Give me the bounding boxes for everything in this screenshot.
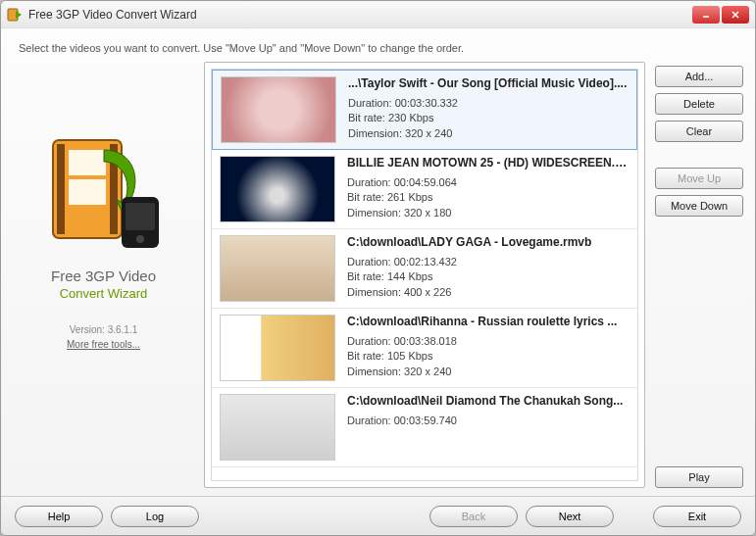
list-item[interactable]: C:\download\Rihanna - Russian roulette l… <box>212 309 637 388</box>
clear-button[interactable]: Clear <box>655 121 743 142</box>
back-button[interactable]: Back <box>429 506 518 527</box>
duration-line: Duration: 00:04:59.064 <box>347 175 630 190</box>
minimize-button[interactable] <box>692 6 720 24</box>
svg-point-11 <box>136 235 144 243</box>
bitrate-line: Bit rate: 261 Kbps <box>347 190 630 205</box>
play-button[interactable]: Play <box>655 466 743 488</box>
video-list[interactable]: ...\Taylor Swift - Our Song [Official Mu… <box>211 69 638 481</box>
content-area: Free 3GP Video Convert Wizard Version: 3… <box>1 62 755 496</box>
video-thumbnail <box>221 76 336 143</box>
svg-rect-10 <box>126 203 155 230</box>
duration-line: Duration: 00:03:38.018 <box>347 334 630 349</box>
app-logo <box>35 121 173 258</box>
titlebar: Free 3GP Video Convert Wizard <box>1 1 755 28</box>
delete-button[interactable]: Delete <box>655 93 743 115</box>
more-tools-link[interactable]: More free tools... <box>67 339 140 350</box>
version-text: Version: 3.6.1.1 <box>70 324 138 335</box>
duration-line: Duration: 00:03:59.740 <box>347 414 630 428</box>
video-thumbnail <box>220 394 335 461</box>
duration-line: Duration: 00:03:30.332 <box>348 96 629 111</box>
dimension-line: Dimension: 320 x 180 <box>347 206 630 220</box>
footer-bar: Help Log Back Next Exit <box>1 496 755 535</box>
video-title: C:\download\Rihanna - Russian roulette l… <box>347 315 630 328</box>
video-meta: C:\download\Neil Diamond The Chanukah So… <box>347 394 630 461</box>
video-meta: C:\download\LADY GAGA - Lovegame.rmvb Du… <box>347 235 630 302</box>
svg-rect-5 <box>57 144 65 234</box>
window-buttons <box>692 6 749 24</box>
dimension-line: Dimension: 400 x 226 <box>347 285 630 300</box>
bitrate-line: Bit rate: 144 Kbps <box>347 269 630 284</box>
bitrate-line: Bit rate: 230 Kbps <box>348 111 629 125</box>
exit-button[interactable]: Exit <box>653 506 741 527</box>
video-title: ...\Taylor Swift - Our Song [Official Mu… <box>348 76 629 90</box>
video-title: C:\download\Neil Diamond The Chanukah So… <box>347 394 630 408</box>
help-button[interactable]: Help <box>15 506 103 527</box>
duration-line: Duration: 00:02:13.432 <box>347 255 630 269</box>
video-thumbnail <box>220 315 335 381</box>
app-window: Free 3GP Video Convert Wizard Select the… <box>0 0 756 536</box>
video-meta: BILLIE JEAN MOTOWN 25 - (HD) WIDESCREEN.… <box>347 156 630 222</box>
list-item[interactable]: C:\download\Neil Diamond The Chanukah So… <box>212 388 637 467</box>
add-button[interactable]: Add... <box>655 66 743 87</box>
sidebar: Free 3GP Video Convert Wizard Version: 3… <box>13 62 194 488</box>
video-meta: ...\Taylor Swift - Our Song [Official Mu… <box>348 76 629 143</box>
video-list-panel: ...\Taylor Swift - Our Song [Official Mu… <box>204 62 645 488</box>
video-meta: C:\download\Rihanna - Russian roulette l… <box>347 315 630 381</box>
brand-line1: Free 3GP Video <box>51 268 156 284</box>
moveup-button[interactable]: Move Up <box>655 168 743 189</box>
list-item[interactable]: C:\download\LADY GAGA - Lovegame.rmvb Du… <box>212 229 637 309</box>
action-column: Add... Delete Clear Move Up Move Down Pl… <box>655 62 743 488</box>
app-icon <box>7 7 23 23</box>
bitrate-line: Bit rate: 105 Kbps <box>347 349 630 364</box>
dimension-line: Dimension: 320 x 240 <box>347 365 630 379</box>
video-thumbnail <box>220 156 335 222</box>
svg-rect-8 <box>69 179 106 205</box>
video-thumbnail <box>220 235 335 302</box>
svg-rect-7 <box>69 150 106 175</box>
video-title: C:\download\LADY GAGA - Lovegame.rmvb <box>347 235 630 249</box>
next-button[interactable]: Next <box>526 506 614 527</box>
list-item[interactable]: BILLIE JEAN MOTOWN 25 - (HD) WIDESCREEN.… <box>212 150 637 229</box>
close-button[interactable] <box>722 6 749 24</box>
movedown-button[interactable]: Move Down <box>655 195 743 217</box>
log-button[interactable]: Log <box>111 506 199 527</box>
instruction-text: Select the videos you want to convert. U… <box>1 28 755 62</box>
dimension-line: Dimension: 320 x 240 <box>348 126 629 141</box>
window-title: Free 3GP Video Convert Wizard <box>28 8 692 22</box>
list-item[interactable]: ...\Taylor Swift - Our Song [Official Mu… <box>212 70 637 150</box>
video-title: BILLIE JEAN MOTOWN 25 - (HD) WIDESCREEN.… <box>347 156 630 170</box>
brand-line2: Convert Wizard <box>60 286 148 301</box>
